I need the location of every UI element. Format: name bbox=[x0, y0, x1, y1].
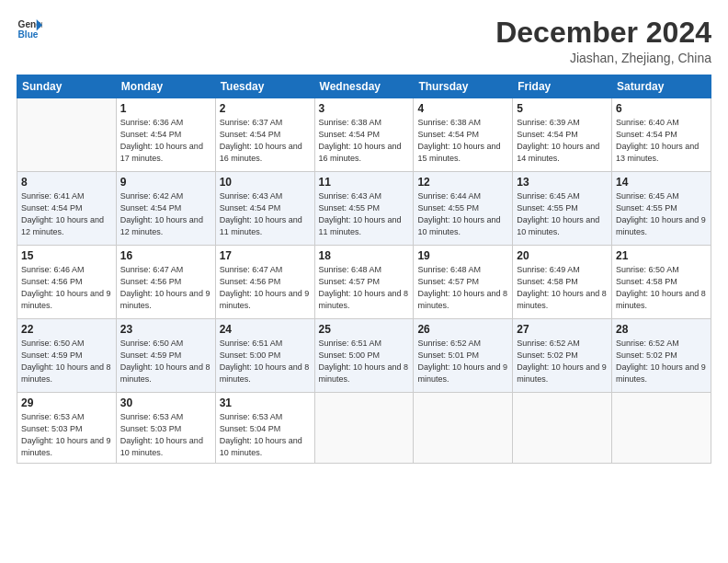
table-row: 5Sunrise: 6:39 AM Sunset: 4:54 PM Daylig… bbox=[513, 98, 612, 172]
table-row: 10Sunrise: 6:43 AM Sunset: 4:54 PM Dayli… bbox=[215, 172, 314, 246]
day-number: 10 bbox=[220, 176, 311, 189]
table-row: 9Sunrise: 6:42 AM Sunset: 4:54 PM Daylig… bbox=[116, 172, 215, 246]
day-info: Sunrise: 6:47 AM Sunset: 4:56 PM Dayligh… bbox=[120, 264, 211, 312]
day-number: 9 bbox=[120, 176, 211, 189]
day-number: 18 bbox=[319, 249, 410, 262]
day-info: Sunrise: 6:53 AM Sunset: 5:03 PM Dayligh… bbox=[21, 411, 112, 459]
table-row: 1Sunrise: 6:36 AM Sunset: 4:54 PM Daylig… bbox=[116, 98, 215, 172]
day-info: Sunrise: 6:49 AM Sunset: 4:58 PM Dayligh… bbox=[517, 264, 608, 312]
day-number: 21 bbox=[616, 249, 707, 262]
table-row: 23Sunrise: 6:50 AM Sunset: 4:59 PM Dayli… bbox=[116, 319, 215, 393]
day-number: 28 bbox=[616, 323, 707, 336]
table-row bbox=[513, 393, 612, 464]
table-row: 13Sunrise: 6:45 AM Sunset: 4:55 PM Dayli… bbox=[513, 172, 612, 246]
day-info: Sunrise: 6:50 AM Sunset: 4:59 PM Dayligh… bbox=[120, 338, 211, 385]
day-number: 19 bbox=[417, 249, 508, 262]
day-number: 16 bbox=[120, 249, 211, 262]
col-saturday: Saturday bbox=[612, 75, 711, 98]
col-monday: Monday bbox=[116, 75, 215, 98]
day-number: 3 bbox=[319, 102, 410, 115]
day-info: Sunrise: 6:52 AM Sunset: 5:02 PM Dayligh… bbox=[616, 338, 707, 385]
col-friday: Friday bbox=[513, 75, 612, 98]
col-wednesday: Wednesday bbox=[314, 75, 414, 98]
day-info: Sunrise: 6:36 AM Sunset: 4:54 PM Dayligh… bbox=[120, 117, 211, 165]
table-row: 16Sunrise: 6:47 AM Sunset: 4:56 PM Dayli… bbox=[116, 246, 215, 319]
month-title: December 2024 bbox=[495, 17, 711, 49]
calendar-body: 1Sunrise: 6:36 AM Sunset: 4:54 PM Daylig… bbox=[17, 98, 711, 464]
day-number: 26 bbox=[417, 323, 508, 336]
day-number: 31 bbox=[220, 396, 311, 409]
table-row: 2Sunrise: 6:37 AM Sunset: 4:54 PM Daylig… bbox=[215, 98, 314, 172]
day-number: 14 bbox=[616, 176, 707, 189]
day-number: 15 bbox=[21, 249, 112, 262]
day-info: Sunrise: 6:53 AM Sunset: 5:03 PM Dayligh… bbox=[120, 411, 211, 459]
title-block: December 2024 Jiashan, Zhejiang, China bbox=[495, 17, 711, 65]
page-container: General Blue December 2024 Jiashan, Zhej… bbox=[0, 0, 728, 473]
day-number: 23 bbox=[120, 323, 211, 336]
table-row: 15Sunrise: 6:46 AM Sunset: 4:56 PM Dayli… bbox=[17, 246, 117, 319]
subtitle: Jiashan, Zhejiang, China bbox=[495, 51, 711, 65]
day-number: 30 bbox=[120, 396, 211, 409]
table-row: 20Sunrise: 6:49 AM Sunset: 4:58 PM Dayli… bbox=[513, 246, 612, 319]
day-info: Sunrise: 6:48 AM Sunset: 4:57 PM Dayligh… bbox=[417, 264, 508, 312]
col-thursday: Thursday bbox=[414, 75, 513, 98]
day-number: 8 bbox=[21, 176, 112, 189]
svg-text:Blue: Blue bbox=[18, 29, 39, 40]
table-row: 19Sunrise: 6:48 AM Sunset: 4:57 PM Dayli… bbox=[414, 246, 513, 319]
table-row: 14Sunrise: 6:45 AM Sunset: 4:55 PM Dayli… bbox=[612, 172, 711, 246]
day-info: Sunrise: 6:48 AM Sunset: 4:57 PM Dayligh… bbox=[319, 264, 410, 312]
table-row bbox=[314, 393, 414, 464]
day-number: 27 bbox=[517, 323, 608, 336]
table-row: 26Sunrise: 6:52 AM Sunset: 5:01 PM Dayli… bbox=[414, 319, 513, 393]
day-number: 17 bbox=[220, 249, 311, 262]
day-number: 2 bbox=[220, 102, 311, 115]
day-info: Sunrise: 6:45 AM Sunset: 4:55 PM Dayligh… bbox=[616, 190, 707, 238]
col-tuesday: Tuesday bbox=[215, 75, 314, 98]
day-number: 5 bbox=[517, 102, 608, 115]
table-row: 18Sunrise: 6:48 AM Sunset: 4:57 PM Dayli… bbox=[314, 246, 414, 319]
day-info: Sunrise: 6:47 AM Sunset: 4:56 PM Dayligh… bbox=[220, 264, 311, 312]
day-info: Sunrise: 6:45 AM Sunset: 4:55 PM Dayligh… bbox=[517, 190, 608, 238]
day-number: 25 bbox=[319, 323, 410, 336]
table-row: 17Sunrise: 6:47 AM Sunset: 4:56 PM Dayli… bbox=[215, 246, 314, 319]
day-info: Sunrise: 6:42 AM Sunset: 4:54 PM Dayligh… bbox=[120, 190, 211, 238]
day-number: 4 bbox=[417, 102, 508, 115]
table-row: 6Sunrise: 6:40 AM Sunset: 4:54 PM Daylig… bbox=[612, 98, 711, 172]
table-row: 11Sunrise: 6:43 AM Sunset: 4:55 PM Dayli… bbox=[314, 172, 414, 246]
logo-icon: General Blue bbox=[17, 17, 42, 42]
table-row bbox=[414, 393, 513, 464]
day-info: Sunrise: 6:38 AM Sunset: 4:54 PM Dayligh… bbox=[417, 117, 508, 165]
day-info: Sunrise: 6:41 AM Sunset: 4:54 PM Dayligh… bbox=[21, 190, 112, 238]
table-row bbox=[612, 393, 711, 464]
table-row: 28Sunrise: 6:52 AM Sunset: 5:02 PM Dayli… bbox=[612, 319, 711, 393]
day-info: Sunrise: 6:38 AM Sunset: 4:54 PM Dayligh… bbox=[319, 117, 410, 165]
table-row: 21Sunrise: 6:50 AM Sunset: 4:58 PM Dayli… bbox=[612, 246, 711, 319]
day-number: 24 bbox=[220, 323, 311, 336]
day-number: 12 bbox=[417, 176, 508, 189]
calendar-header-row: Sunday Monday Tuesday Wednesday Thursday… bbox=[17, 75, 711, 98]
day-number: 6 bbox=[616, 102, 707, 115]
day-info: Sunrise: 6:43 AM Sunset: 4:55 PM Dayligh… bbox=[319, 190, 410, 238]
day-info: Sunrise: 6:43 AM Sunset: 4:54 PM Dayligh… bbox=[220, 190, 311, 238]
day-info: Sunrise: 6:51 AM Sunset: 5:00 PM Dayligh… bbox=[319, 338, 410, 385]
table-row: 29Sunrise: 6:53 AM Sunset: 5:03 PM Dayli… bbox=[17, 393, 117, 464]
day-info: Sunrise: 6:37 AM Sunset: 4:54 PM Dayligh… bbox=[220, 117, 311, 165]
day-info: Sunrise: 6:50 AM Sunset: 4:58 PM Dayligh… bbox=[616, 264, 707, 312]
table-row: 12Sunrise: 6:44 AM Sunset: 4:55 PM Dayli… bbox=[414, 172, 513, 246]
table-row: 31Sunrise: 6:53 AM Sunset: 5:04 PM Dayli… bbox=[215, 393, 314, 464]
day-info: Sunrise: 6:51 AM Sunset: 5:00 PM Dayligh… bbox=[220, 338, 311, 385]
table-row: 24Sunrise: 6:51 AM Sunset: 5:00 PM Dayli… bbox=[215, 319, 314, 393]
col-sunday: Sunday bbox=[17, 75, 117, 98]
table-row: 30Sunrise: 6:53 AM Sunset: 5:03 PM Dayli… bbox=[116, 393, 215, 464]
table-row: 22Sunrise: 6:50 AM Sunset: 4:59 PM Dayli… bbox=[17, 319, 117, 393]
day-info: Sunrise: 6:44 AM Sunset: 4:55 PM Dayligh… bbox=[417, 190, 508, 238]
day-number: 22 bbox=[21, 323, 112, 336]
table-row bbox=[17, 98, 117, 172]
day-info: Sunrise: 6:50 AM Sunset: 4:59 PM Dayligh… bbox=[21, 338, 112, 385]
calendar-table: Sunday Monday Tuesday Wednesday Thursday… bbox=[17, 75, 711, 464]
day-number: 20 bbox=[517, 249, 608, 262]
day-info: Sunrise: 6:53 AM Sunset: 5:04 PM Dayligh… bbox=[220, 411, 311, 459]
table-row: 4Sunrise: 6:38 AM Sunset: 4:54 PM Daylig… bbox=[414, 98, 513, 172]
day-number: 13 bbox=[517, 176, 608, 189]
day-info: Sunrise: 6:46 AM Sunset: 4:56 PM Dayligh… bbox=[21, 264, 112, 312]
